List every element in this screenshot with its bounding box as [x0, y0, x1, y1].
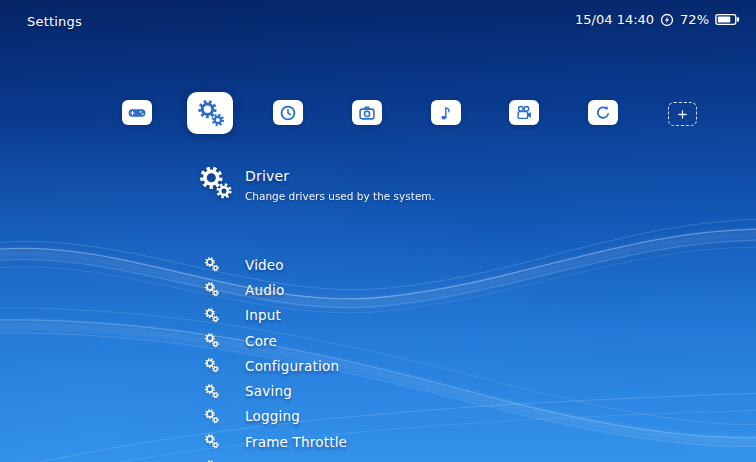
gears-icon	[203, 281, 220, 298]
music-note-icon	[437, 104, 455, 122]
clock-text: 15/04 14:40	[575, 12, 654, 27]
gears-icon	[203, 383, 220, 400]
selected-entry-sublabel: Change drivers used by the system.	[245, 190, 435, 202]
settings-menu-list: Video Audio Input Core Configuration Sav…	[0, 252, 756, 462]
gamepad-icon	[128, 104, 146, 122]
menu-item-core[interactable]: Core	[0, 328, 756, 353]
selected-entry-label: Driver	[245, 168, 435, 184]
tab-main-menu[interactable]	[122, 100, 152, 125]
tab-history[interactable]	[273, 100, 303, 125]
battery-charging-icon	[660, 13, 674, 27]
menu-item-label: Logging	[245, 408, 300, 424]
battery-percent: 72%	[680, 12, 709, 27]
gears-icon	[203, 459, 220, 462]
menu-item-audio[interactable]: Audio	[0, 277, 756, 302]
page-title: Settings	[27, 14, 82, 29]
tab-netplay[interactable]	[588, 100, 618, 125]
gears-icon	[203, 433, 220, 450]
movie-camera-icon	[515, 104, 533, 122]
menu-item-label: Frame Throttle	[245, 434, 347, 450]
menu-item-label: Core	[245, 333, 277, 349]
status-area: 15/04 14:40 72%	[575, 12, 740, 27]
gears-icon	[203, 408, 220, 425]
gears-icon	[196, 164, 234, 202]
menu-item-label: Video	[245, 257, 284, 273]
tab-music[interactable]	[431, 100, 461, 125]
menu-item-partial[interactable]	[0, 454, 756, 462]
menu-item-input[interactable]: Input	[0, 303, 756, 328]
gears-icon	[203, 256, 220, 273]
gears-icon	[203, 332, 220, 349]
camera-icon	[358, 104, 376, 122]
tab-import-content[interactable]	[668, 102, 697, 126]
menu-item-label: Configuration	[245, 358, 339, 374]
menu-item-label: Input	[245, 307, 281, 323]
selected-entry-driver[interactable]: Driver Change drivers used by the system…	[196, 164, 435, 202]
gears-icon	[203, 307, 220, 324]
tab-videos[interactable]	[509, 100, 539, 125]
battery-icon	[715, 13, 740, 26]
tab-settings[interactable]	[187, 92, 233, 134]
menu-item-video[interactable]: Video	[0, 252, 756, 277]
menu-item-frame-throttle[interactable]: Frame Throttle	[0, 429, 756, 454]
clock-icon	[279, 104, 297, 122]
menu-item-configuration[interactable]: Configuration	[0, 353, 756, 378]
menu-item-label: Saving	[245, 383, 292, 399]
circular-arrow-icon	[594, 104, 612, 122]
gears-icon	[195, 98, 226, 129]
gears-icon	[203, 357, 220, 374]
retroarch-xmb-screen: Settings 15/04 14:40 72% Driver Change d…	[0, 0, 756, 462]
tab-images[interactable]	[352, 100, 382, 125]
plus-icon	[677, 109, 688, 120]
menu-item-saving[interactable]: Saving	[0, 378, 756, 403]
menu-item-logging[interactable]: Logging	[0, 404, 756, 429]
menu-item-label: Audio	[245, 282, 284, 298]
